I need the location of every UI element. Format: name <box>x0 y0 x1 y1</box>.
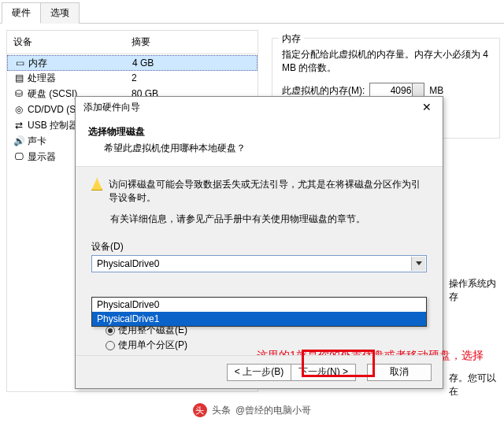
watermark-author: @曾经的电脑小哥 <box>235 404 311 417</box>
sound-icon: 🔊 <box>13 135 24 146</box>
warning-icon <box>91 178 102 191</box>
side-text-os-mem: 操作系统内存 <box>449 277 504 304</box>
col-summary: 摘要 <box>132 35 150 49</box>
wizard-subheading: 希望此虚拟机使用哪种本地硬盘？ <box>88 142 430 155</box>
hardware-name: 处理器 <box>28 72 56 85</box>
cancel-button[interactable]: 取消 <box>367 364 432 381</box>
memory-icon: ▭ <box>14 57 25 68</box>
usb-icon: ⇄ <box>13 120 24 131</box>
watermark-prefix: 头条 <box>212 404 231 417</box>
add-hardware-wizard: 添加硬件向导 ✕ 选择物理磁盘 希望此虚拟机使用哪种本地硬盘？ 访问裸磁盘可能会… <box>75 96 443 389</box>
wizard-warning: 访问裸磁盘可能会导致数据丢失或无法引导，尤其是在将裸磁盘分区作为引导设备时。 <box>109 178 427 205</box>
device-option[interactable]: PhysicalDrive0 <box>92 298 426 312</box>
close-icon[interactable]: ✕ <box>416 101 438 113</box>
chevron-down-icon <box>416 261 422 265</box>
radio-single-partition[interactable] <box>106 341 115 350</box>
cpu-icon: ▤ <box>13 72 24 83</box>
device-selected: PhysicalDrive0 <box>97 258 159 269</box>
hardware-summary: 4 GB <box>132 57 154 68</box>
hardware-name: 显示器 <box>28 150 56 164</box>
device-label: 设备(D) <box>91 240 427 254</box>
wizard-info: 有关详细信息，请参见产品手册中有关使用物理磁盘的章节。 <box>110 213 427 226</box>
tab-hardware[interactable]: 硬件 <box>2 2 41 24</box>
display-icon: 🖵 <box>13 151 24 162</box>
annotation-next-highlight <box>302 350 375 377</box>
device-combobox[interactable]: PhysicalDrive0 <box>91 255 427 272</box>
device-option[interactable]: PhysicalDrive1 <box>92 312 426 326</box>
hardware-row[interactable]: ▤处理器2 <box>7 70 258 86</box>
wizard-title: 添加硬件向导 <box>83 101 140 114</box>
memory-label: 此虚拟机的内存(M): <box>282 84 365 98</box>
hardware-name: 硬盘 (SCSI) <box>28 87 77 101</box>
back-button[interactable]: < 上一步(B) <box>227 364 291 381</box>
memory-unit: MB <box>429 85 443 96</box>
hardware-name: 声卡 <box>28 135 46 148</box>
hardware-summary: 2 <box>132 72 137 83</box>
memory-group-title: 内存 <box>279 32 304 46</box>
tab-options[interactable]: 选项 <box>40 2 80 24</box>
memory-desc: 指定分配给此虚拟机的内存量。内存大小必须为 4 MB 的倍数。 <box>282 48 490 75</box>
radio-whole-disk[interactable] <box>106 326 115 335</box>
hardware-row[interactable]: ▭内存4 GB <box>7 55 258 71</box>
hdd-icon: ⛁ <box>13 88 24 99</box>
device-dropdown[interactable]: PhysicalDrive0 PhysicalDrive1 <box>91 297 427 327</box>
wizard-heading: 选择物理磁盘 <box>88 125 430 139</box>
radio-single-partition-label: 使用单个分区(P) <box>118 339 187 352</box>
watermark-icon: 头 <box>193 403 207 417</box>
hardware-name: USB 控制器 <box>28 119 78 132</box>
hardware-name: 内存 <box>28 57 47 70</box>
col-device: 设备 <box>13 35 132 49</box>
cd-icon: ◎ <box>13 104 24 115</box>
watermark: 头 头条 @曾经的电脑小哥 <box>0 403 504 417</box>
